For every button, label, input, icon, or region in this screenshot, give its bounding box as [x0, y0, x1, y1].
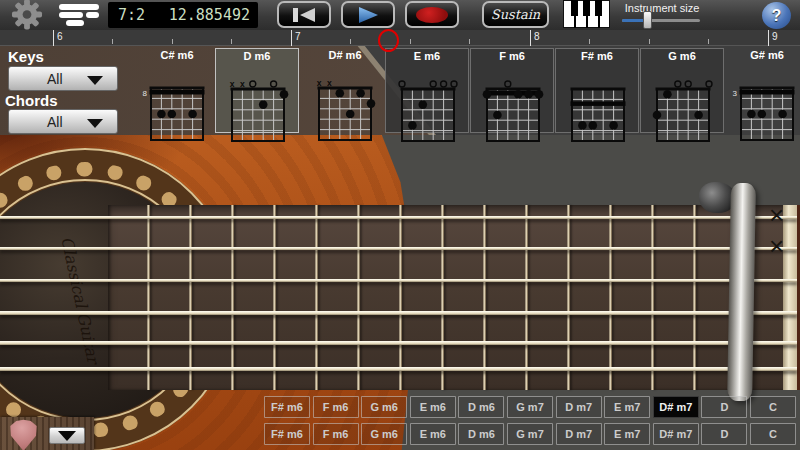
- chord-diagram-em6[interactable]: E m6: [385, 48, 469, 133]
- chord-button-dm7[interactable]: D# m7: [653, 423, 699, 445]
- chord-diagram-dm6[interactable]: D m6xx: [215, 48, 299, 133]
- chord-button-dm7[interactable]: D# m7: [653, 396, 699, 418]
- chord-diagram-label: G# m6: [725, 49, 800, 61]
- keys-dropdown[interactable]: All: [8, 66, 118, 91]
- guitar-app-window: Classical Guitar ×× 7:2 12.885492: [0, 0, 800, 450]
- ruler-tick-minor: [589, 39, 590, 44]
- chord-button-gm7[interactable]: G m7: [507, 423, 553, 445]
- chord-button-dm7[interactable]: D m7: [556, 396, 602, 418]
- fret-wire: [609, 205, 612, 390]
- chord-button-fm6[interactable]: F m6: [313, 423, 359, 445]
- guitar-string-2[interactable]: [0, 247, 797, 250]
- help-icon: ?: [772, 7, 782, 25]
- fret-wire: [147, 205, 150, 390]
- muted-string-x-icon: ×: [769, 202, 784, 228]
- time-display-panel: 7:2 12.885492: [108, 2, 258, 28]
- ruler-tick-minor: [112, 39, 113, 44]
- ruler-tick-major: [53, 30, 54, 46]
- keys-label: Keys: [8, 48, 44, 65]
- chord-button-c[interactable]: C: [750, 396, 796, 418]
- toolbar: 7:2 12.885492 Sustain In: [0, 0, 800, 30]
- ruler-tick-minor: [350, 39, 351, 44]
- ruler-tick-minor: [469, 39, 470, 44]
- chord-button-em6[interactable]: E m6: [410, 396, 456, 418]
- fretboard[interactable]: [108, 205, 797, 390]
- chord-button-gm6[interactable]: G m6: [361, 423, 407, 445]
- fret-wire: [525, 205, 528, 390]
- guitar-string-4[interactable]: [0, 311, 797, 315]
- ruler-tick-minor: [172, 39, 173, 44]
- chord-diagram-cm6[interactable]: C# m68: [135, 48, 219, 133]
- chevron-down-icon: [87, 119, 103, 128]
- fret-wire: [315, 205, 318, 390]
- rewind-button[interactable]: [277, 1, 331, 28]
- chord-diagram-dm6[interactable]: D# m6xx: [303, 48, 387, 133]
- record-button[interactable]: [405, 1, 459, 28]
- chord-button-gm7[interactable]: G m7: [507, 396, 553, 418]
- guitar-string-5[interactable]: [0, 341, 797, 345]
- chord-button-d[interactable]: D: [701, 423, 747, 445]
- chord-button-dm6[interactable]: D m6: [458, 396, 504, 418]
- chord-diagram-gm6[interactable]: G m6: [640, 48, 724, 133]
- chord-button-fm6[interactable]: F# m6: [264, 423, 310, 445]
- piano-icon[interactable]: [563, 0, 610, 28]
- bar-beat-readout: 7:2: [118, 2, 145, 28]
- chord-button-dm7[interactable]: D m7: [556, 423, 602, 445]
- fret-wire: [231, 205, 234, 390]
- fret-wire: [693, 205, 696, 390]
- fret-wire: [399, 205, 402, 390]
- chevron-down-icon: [87, 76, 103, 85]
- ruler-tick-minor: [649, 39, 650, 44]
- tracks-icon[interactable]: [59, 4, 101, 28]
- chord-button-fm6[interactable]: F# m6: [264, 396, 310, 418]
- keys-value: All: [47, 71, 63, 87]
- playhead-indicator: [378, 29, 399, 52]
- chords-value: All: [47, 114, 63, 130]
- chord-diagram-label: E m6: [386, 50, 468, 62]
- ruler-tick-label: 6: [57, 31, 63, 42]
- chord-diagram-gm6[interactable]: G# m63: [725, 48, 800, 133]
- chord-button-dm6[interactable]: D m6: [458, 423, 504, 445]
- slider-thumb[interactable]: [643, 11, 652, 29]
- chord-diagram-label: F m6: [471, 50, 553, 62]
- svg-text:3: 3: [733, 89, 738, 98]
- chord-diagram-fm6[interactable]: F# m6: [555, 48, 639, 133]
- chevron-down-icon: [58, 431, 76, 441]
- chord-button-gm6[interactable]: G m6: [361, 396, 407, 418]
- fret-wire: [273, 205, 276, 390]
- play-button[interactable]: [341, 1, 395, 28]
- timeline-ruler[interactable]: 6789: [0, 30, 800, 46]
- capo-bar[interactable]: [727, 183, 756, 401]
- help-button[interactable]: ?: [762, 2, 791, 29]
- ruler-tick-label: 7: [295, 31, 301, 42]
- guitar-string-1[interactable]: [0, 216, 797, 219]
- fret-wire: [189, 205, 192, 390]
- ruler-tick-minor: [231, 39, 232, 44]
- ruler-tick-major: [530, 30, 531, 46]
- chord-button-c[interactable]: C: [750, 423, 796, 445]
- instrument-size-label: Instrument size: [620, 2, 704, 14]
- chord-button-em7[interactable]: E m7: [604, 396, 650, 418]
- sustain-button[interactable]: Sustain: [482, 1, 549, 28]
- fret-wire: [483, 205, 486, 390]
- pick-mode-dropdown[interactable]: [49, 427, 85, 444]
- record-icon: [416, 7, 448, 23]
- ruler-tick-major: [291, 30, 292, 46]
- chords-dropdown[interactable]: All: [8, 109, 118, 134]
- fret-wire: [567, 205, 570, 390]
- guitar-string-6[interactable]: [0, 367, 797, 371]
- chord-diagram-label: D# m6: [303, 49, 387, 61]
- chord-diagram-label: G m6: [641, 50, 723, 62]
- ruler-tick-major: [768, 30, 769, 46]
- fret-wire: [651, 205, 654, 390]
- svg-text:8: 8: [143, 89, 148, 98]
- chord-button-em6[interactable]: E m6: [410, 423, 456, 445]
- guitar-string-3[interactable]: [0, 279, 797, 282]
- sustain-label: Sustain: [491, 7, 540, 22]
- ruler-tick-label: 8: [534, 31, 540, 42]
- chord-button-em7[interactable]: E m7: [604, 423, 650, 445]
- chord-button-fm6[interactable]: F m6: [313, 396, 359, 418]
- chord-diagram-fm6[interactable]: F m6: [470, 48, 554, 133]
- chord-button-d[interactable]: D: [701, 396, 747, 418]
- chords-label: Chords: [5, 92, 58, 109]
